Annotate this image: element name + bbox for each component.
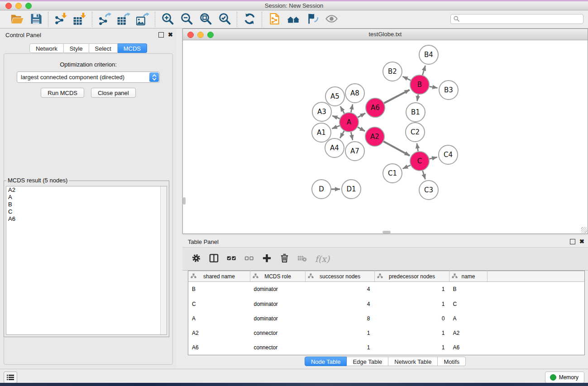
node-D[interactable]: D xyxy=(312,180,331,199)
table-row[interactable]: Adominator80A xyxy=(188,311,585,326)
export-image-button[interactable] xyxy=(134,12,151,27)
node-A[interactable]: A xyxy=(339,113,359,132)
zoom-selected-button[interactable] xyxy=(216,12,233,27)
column-header-shared-name[interactable]: shared name xyxy=(188,271,250,282)
delete-column-button[interactable] xyxy=(277,252,292,266)
window-resize-grip[interactable] xyxy=(581,227,587,233)
table-row[interactable]: Cdominator41C xyxy=(188,297,585,311)
node-D1[interactable]: D1 xyxy=(342,180,361,199)
edge-A-A3[interactable] xyxy=(332,116,339,119)
tab-select[interactable]: Select xyxy=(89,43,118,53)
zoom-in-button[interactable] xyxy=(159,12,176,27)
mcds-result-item[interactable]: B xyxy=(6,201,167,208)
show-graphics-details-button[interactable] xyxy=(323,12,339,27)
node-A4[interactable]: A4 xyxy=(325,138,344,157)
node-B2[interactable]: B2 xyxy=(383,62,402,81)
open-folder-button[interactable] xyxy=(9,12,25,27)
table-row[interactable]: A2connector11A2 xyxy=(188,326,585,340)
canvas-hscroll-thumb[interactable] xyxy=(382,231,391,234)
minimize-window-button[interactable] xyxy=(15,3,22,9)
node-C4[interactable]: C4 xyxy=(439,145,458,164)
tab-edge-table[interactable]: Edge Table xyxy=(347,357,388,366)
import-network-button[interactable] xyxy=(53,12,69,27)
zoom-fit-button[interactable] xyxy=(197,12,214,27)
node-B[interactable]: B xyxy=(410,75,429,94)
hide-graphics-details-button[interactable] xyxy=(304,12,320,27)
export-network-button[interactable] xyxy=(96,12,113,27)
add-column-button[interactable] xyxy=(259,252,274,266)
deselect-all-button[interactable] xyxy=(242,252,256,266)
refresh-layout-button[interactable] xyxy=(241,12,258,27)
tab-motifs[interactable]: Motifs xyxy=(438,357,466,366)
table-row[interactable]: A6connector11A6 xyxy=(188,340,585,355)
tab-node-table[interactable]: Node Table xyxy=(305,357,347,366)
node-A1[interactable]: A1 xyxy=(312,123,331,142)
edge-A-A5[interactable] xyxy=(340,106,344,114)
edge-A-A8[interactable] xyxy=(351,105,353,113)
node-C[interactable]: C xyxy=(410,152,429,171)
edge-C-C2[interactable] xyxy=(417,143,418,152)
criterion-select[interactable]: largest connected component (directed) xyxy=(17,71,160,83)
run-mcds-button[interactable]: Run MCDS xyxy=(41,88,84,98)
zoom-network-button[interactable] xyxy=(207,32,214,38)
close-network-button[interactable] xyxy=(187,32,194,38)
node-C2[interactable]: C2 xyxy=(406,123,425,142)
node-A8[interactable]: A8 xyxy=(345,84,364,103)
node-B3[interactable]: B3 xyxy=(439,81,458,100)
column-header-MCDS-role[interactable]: MCDS role xyxy=(250,271,306,282)
node-A3[interactable]: A3 xyxy=(312,102,331,121)
close-panel-icon[interactable]: ✖ xyxy=(168,32,173,38)
edge-C-C3[interactable] xyxy=(423,171,425,179)
edge-A-A7[interactable] xyxy=(351,132,353,140)
column-header-predecessor-nodes[interactable]: predecessor nodes xyxy=(375,271,449,282)
edge-C-C1[interactable] xyxy=(403,165,411,169)
memory-button[interactable]: Memory xyxy=(545,372,584,383)
node-C1[interactable]: C1 xyxy=(383,164,402,183)
column-header-name[interactable]: name xyxy=(449,271,488,282)
network-window-titlebar[interactable]: testGlobe.txt xyxy=(183,29,588,40)
edge-A-A2[interactable] xyxy=(358,127,365,131)
close-table-panel-icon[interactable]: ✖ xyxy=(579,239,584,244)
node-A7[interactable]: A7 xyxy=(345,142,364,161)
column-header-successor-nodes[interactable]: successor nodes xyxy=(306,271,375,282)
mcds-result-item[interactable]: A6 xyxy=(6,215,167,223)
edge-A2-C[interactable] xyxy=(383,142,410,156)
search-input[interactable] xyxy=(450,14,583,24)
save-session-button[interactable] xyxy=(28,12,44,27)
zoom-out-button[interactable] xyxy=(178,12,195,27)
edge-A6-B[interactable] xyxy=(384,90,410,103)
edge-C-C4[interactable] xyxy=(430,157,437,159)
close-panel-button[interactable]: Close panel xyxy=(91,88,136,98)
node-B1[interactable]: B1 xyxy=(406,103,425,122)
edge-B-B3[interactable] xyxy=(430,86,438,88)
minimize-network-button[interactable] xyxy=(197,32,204,38)
edge-A-A6[interactable] xyxy=(358,113,365,117)
home-button[interactable] xyxy=(285,12,301,27)
close-window-button[interactable] xyxy=(5,3,12,9)
edge-B-B2[interactable] xyxy=(403,76,411,81)
float-table-panel-icon[interactable] xyxy=(570,239,575,244)
edge-A-A4[interactable] xyxy=(340,131,344,138)
task-history-button[interactable] xyxy=(4,372,17,383)
tab-network[interactable]: Network xyxy=(29,43,64,53)
table-row[interactable]: Bdominator41B xyxy=(188,282,585,297)
node-A5[interactable]: A5 xyxy=(325,87,344,106)
select-all-button[interactable] xyxy=(224,252,239,266)
edge-B-B1[interactable] xyxy=(417,95,418,101)
network-from-file-button[interactable] xyxy=(266,12,282,27)
list-scrollbar[interactable] xyxy=(160,186,167,334)
tab-network-table[interactable]: Network Table xyxy=(388,357,438,366)
column-view-button[interactable] xyxy=(206,252,221,266)
tab-mcds[interactable]: MCDS xyxy=(118,43,147,53)
mcds-result-item[interactable]: A xyxy=(6,194,167,201)
canvas-vscroll-thumb[interactable] xyxy=(183,197,186,205)
import-table-button[interactable] xyxy=(72,12,88,27)
gear-button[interactable] xyxy=(189,252,203,266)
mcds-result-item[interactable]: C xyxy=(6,208,167,215)
tab-style[interactable]: Style xyxy=(64,43,89,53)
float-panel-icon[interactable] xyxy=(158,32,164,38)
mcds-result-item[interactable]: A2 xyxy=(6,186,167,194)
edge-B-B4[interactable] xyxy=(422,66,425,75)
edge-A-A1[interactable] xyxy=(332,126,339,129)
node-A6[interactable]: A6 xyxy=(366,98,385,117)
